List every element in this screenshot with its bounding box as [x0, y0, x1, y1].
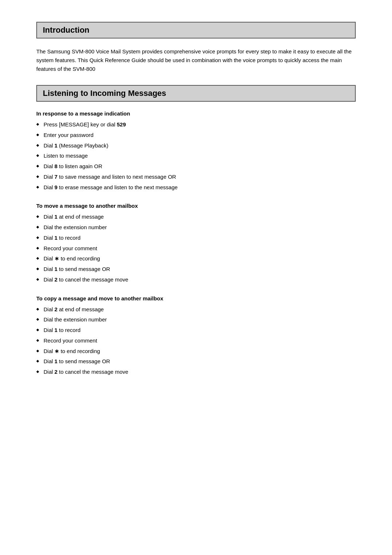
list-item: Dial 2 to cancel the message move: [36, 367, 356, 377]
dial-number: 529: [117, 121, 126, 127]
dial-number: 7: [54, 174, 57, 180]
subsection-copy-move-message: To copy a message and move to another ma…: [36, 295, 356, 377]
list-item: Dial the extension number: [36, 222, 356, 233]
list-item: Enter your password: [36, 130, 356, 141]
list-item: Dial 1 at end of message: [36, 212, 356, 222]
list-item: Dial ∗ to end recording: [36, 346, 356, 357]
subsection-move-message-title: To move a message to another mailbox: [36, 203, 356, 209]
introduction-header: Introduction: [36, 22, 356, 39]
subsection-message-indication: In response to a message indication Pres…: [36, 110, 356, 193]
move-message-list: Dial 1 at end of message Dial the extens…: [36, 212, 356, 285]
list-item: Dial 1 (Message Playback): [36, 141, 356, 151]
list-item: Record your comment: [36, 243, 356, 254]
list-item: Dial 2 at end of message: [36, 304, 356, 315]
dial-number: 1: [54, 358, 57, 364]
message-indication-list: Press [MESSAGE] key or dial 529 Enter yo…: [36, 119, 356, 193]
list-item: Dial 9 to erase message and listen to th…: [36, 182, 356, 193]
list-item: Press [MESSAGE] key or dial 529: [36, 119, 356, 130]
listening-title: Listening to Incoming Messages: [43, 89, 349, 98]
dial-number: 2: [54, 369, 57, 375]
copy-move-message-list: Dial 2 at end of message Dial the extens…: [36, 304, 356, 377]
introduction-title: Introduction: [43, 25, 349, 35]
list-item: Dial 8 to listen again OR: [36, 161, 356, 172]
subsection-move-message: To move a message to another mailbox Dia…: [36, 203, 356, 285]
dial-symbol: ∗: [54, 348, 59, 354]
list-item: Dial 7 to save message and listen to nex…: [36, 172, 356, 182]
dial-number: 2: [54, 276, 57, 283]
list-item: Dial 1 to send message OR: [36, 356, 356, 367]
list-item: Dial ∗ to end recording: [36, 254, 356, 264]
list-item: Listen to message: [36, 151, 356, 161]
dial-number: 1: [54, 327, 57, 333]
subsection-message-indication-title: In response to a message indication: [36, 110, 356, 117]
list-item: Dial 1 to send message OR: [36, 264, 356, 275]
dial-number: 2: [54, 306, 57, 312]
dial-number: 1: [54, 235, 57, 241]
dial-number: 1: [54, 214, 57, 220]
list-item: Dial the extension number: [36, 315, 356, 325]
dial-number: 1: [54, 142, 57, 149]
listening-header: Listening to Incoming Messages: [36, 85, 356, 102]
dial-symbol: ∗: [54, 255, 59, 262]
subsection-copy-move-message-title: To copy a message and move to another ma…: [36, 295, 356, 301]
introduction-body: The Samsung SVM-800 Voice Mail System pr…: [36, 47, 356, 73]
list-item: Dial 2 to cancel the message move: [36, 275, 356, 285]
list-item: Dial 1 to record: [36, 233, 356, 243]
list-item: Dial 1 to record: [36, 325, 356, 336]
dial-number: 9: [54, 184, 57, 190]
dial-number: 1: [54, 266, 57, 272]
list-item: Record your comment: [36, 336, 356, 346]
listening-section: Listening to Incoming Messages In respon…: [36, 85, 356, 377]
dial-number: 8: [54, 163, 57, 169]
introduction-section: Introduction The Samsung SVM-800 Voice M…: [36, 22, 356, 73]
